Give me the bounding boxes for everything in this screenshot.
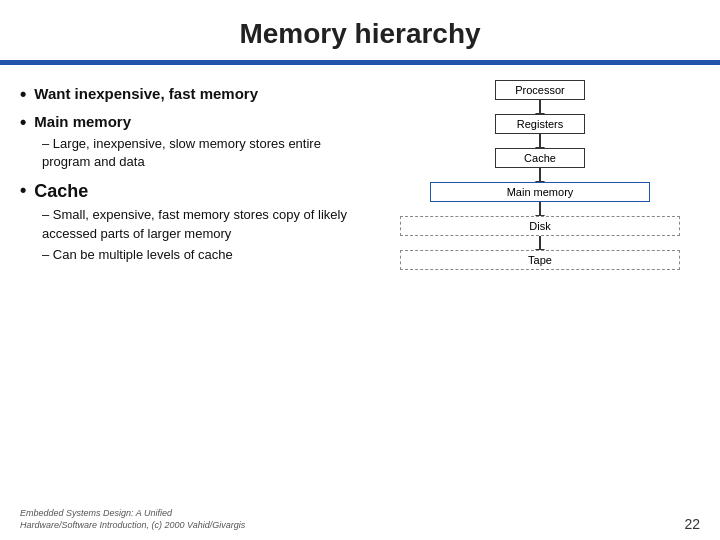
title-area: Memory hierarchy: [0, 0, 720, 60]
bullet-2-sub-1: Large, inexpensive, slow memory stores e…: [42, 135, 370, 171]
bullet-3-sub-1: Small, expensive, fast memory stores cop…: [42, 206, 370, 242]
right-column: Processor Registers Cache Main memory Di…: [380, 75, 700, 485]
registers-box: Registers: [495, 114, 585, 134]
bullet-3-text: Cache: [34, 181, 88, 202]
arrow-1: [539, 100, 541, 114]
bullet-1: • Want inexpensive, fast memory: [20, 85, 370, 103]
cache-box: Cache: [495, 148, 585, 168]
footer-citation: Embedded Systems Design: A Unified Hardw…: [20, 507, 245, 532]
bullet-2-text: Main memory: [34, 113, 131, 130]
footer-line2: Hardware/Software Introduction, (c) 2000…: [20, 520, 245, 530]
bullet-3: • Cache: [20, 181, 370, 202]
memory-diagram: Processor Registers Cache Main memory Di…: [390, 80, 690, 270]
bullet-3-dot: •: [20, 181, 26, 199]
bullet-3-sub-2: Can be multiple levels of cache: [42, 246, 370, 264]
arrow-3: [539, 168, 541, 182]
arrow-2: [539, 134, 541, 148]
arrow-5: [539, 236, 541, 250]
bullet-1-text: Want inexpensive, fast memory: [34, 85, 258, 102]
bullet-2: • Main memory: [20, 113, 370, 131]
content-area: • Want inexpensive, fast memory • Main m…: [0, 65, 720, 485]
bullet-2-dot: •: [20, 113, 26, 131]
main-memory-box: Main memory: [430, 182, 650, 202]
tape-box: Tape: [400, 250, 680, 270]
slide: Memory hierarchy • Want inexpensive, fas…: [0, 0, 720, 540]
disk-box: Disk: [400, 216, 680, 236]
arrow-4: [539, 202, 541, 216]
footer: Embedded Systems Design: A Unified Hardw…: [20, 507, 700, 532]
left-column: • Want inexpensive, fast memory • Main m…: [20, 75, 380, 485]
bullet-1-dot: •: [20, 85, 26, 103]
slide-title: Memory hierarchy: [239, 18, 480, 49]
page-number: 22: [684, 516, 700, 532]
processor-box: Processor: [495, 80, 585, 100]
footer-line1: Embedded Systems Design: A Unified: [20, 508, 172, 518]
